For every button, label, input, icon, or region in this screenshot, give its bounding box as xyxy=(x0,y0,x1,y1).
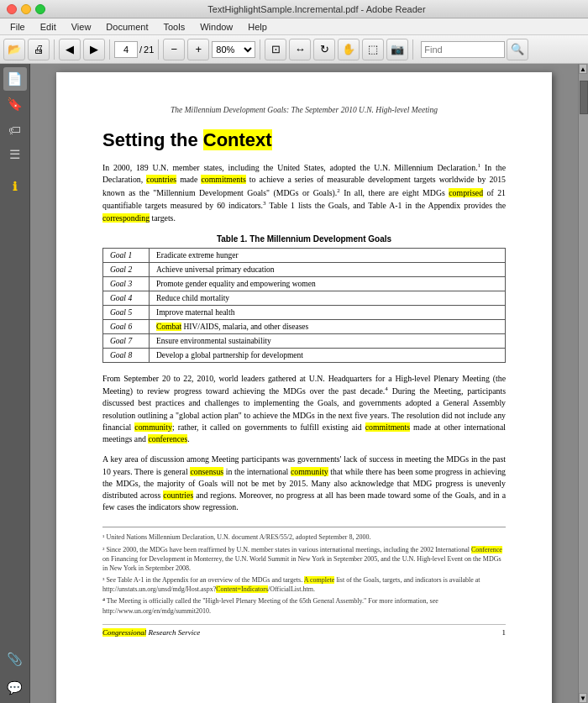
scroll-up-arrow[interactable]: ▲ xyxy=(579,64,587,74)
p3-highlight-countries: countries xyxy=(163,491,193,500)
main-layout: 📄 🔖 🏷 ☰ ℹ 📎 💬 The Millennium Development… xyxy=(0,64,588,703)
menu-document[interactable]: Document xyxy=(99,20,155,34)
p2-text-4: . xyxy=(187,434,189,443)
p2-text-2: ; rather, it called on governments to fu… xyxy=(172,422,365,432)
zoom-in-button[interactable]: + xyxy=(187,39,209,60)
section-heading: Setting the Context xyxy=(102,129,506,151)
p2-highlight-community: community xyxy=(134,422,172,432)
p1-highlight-corresponding: corresponding xyxy=(102,213,150,223)
footer-highlight-congressional: Congressional xyxy=(102,628,146,637)
page-input[interactable] xyxy=(114,41,138,58)
table-cell-description: Improve maternal health xyxy=(150,305,506,319)
scrollbar[interactable]: ▲ ▼ xyxy=(578,64,588,703)
table-row: Goal 6 xyxy=(103,319,150,333)
window-title: TextHighlightSample.Incremental.pdf - Ad… xyxy=(52,4,581,14)
close-button[interactable] xyxy=(7,4,17,14)
snapshot-button[interactable]: 📷 xyxy=(386,39,408,60)
p1-text-2: made xyxy=(176,175,201,184)
table-cell-description: Achieve universal primary education xyxy=(150,262,506,276)
sidebar-speech-icon[interactable]: 💬 xyxy=(3,676,27,700)
document-area[interactable]: The Millennium Development Goals: The Se… xyxy=(30,64,578,703)
footer-text-rs: Research Service xyxy=(146,628,200,637)
separator-5 xyxy=(412,39,413,60)
minimize-button[interactable] xyxy=(21,4,31,14)
footnotes: ¹ United Nations Millennium Declaration,… xyxy=(102,527,506,616)
footnote-item: ² Since 2000, the MDGs have been reaffir… xyxy=(102,545,506,574)
rotate-button[interactable]: ↻ xyxy=(313,39,335,60)
separator-3 xyxy=(158,39,159,60)
menu-bar: File Edit View Document Tools Window Hel… xyxy=(0,18,588,35)
sidebar-tags-icon[interactable]: 🏷 xyxy=(3,118,27,141)
menu-help[interactable]: Help xyxy=(241,20,274,34)
table-row: Goal 4 xyxy=(103,291,150,305)
p2-highlight-conferences: conferences xyxy=(148,434,187,443)
search-box: 🔍 xyxy=(421,39,528,60)
open-button[interactable]: 📂 xyxy=(3,39,25,60)
sidebar-bookmarks-icon[interactable]: 🔖 xyxy=(3,92,27,116)
separator-1 xyxy=(54,39,55,60)
scroll-down-arrow[interactable]: ▼ xyxy=(579,693,587,703)
table-title: Table 1. The Millennium Development Goal… xyxy=(102,234,506,244)
fit-page-button[interactable]: ⊡ xyxy=(265,39,286,60)
page-navigation: / 21 xyxy=(114,41,154,58)
page-separator: / xyxy=(139,45,142,55)
sidebar-info-icon[interactable]: ℹ xyxy=(3,175,27,198)
p1-highlight-commitments: commitments xyxy=(201,175,245,184)
paragraph-1: In 2000, 189 U.N. member states, includi… xyxy=(102,161,506,224)
separator-4 xyxy=(260,39,260,60)
table-cell-description: Eradicate extreme hunger xyxy=(150,248,506,262)
menu-edit[interactable]: Edit xyxy=(34,20,63,34)
page-footer: Congressional Research Service 1 xyxy=(102,624,506,637)
goals-table: Goal 1Eradicate extreme hungerGoal 2Achi… xyxy=(102,248,506,363)
table-cell-description: Promote gender equality and empowering w… xyxy=(150,276,506,291)
p3-text-2: in the international xyxy=(223,467,291,476)
print-button[interactable]: 🖨 xyxy=(28,39,50,60)
sidebar-pages-icon[interactable]: 📄 xyxy=(3,67,27,91)
footnote-highlight-complete: A complete xyxy=(304,576,335,584)
hand-tool-button[interactable]: ✋ xyxy=(338,39,360,60)
goals-table-container: Table 1. The Millennium Development Goal… xyxy=(102,234,506,363)
scroll-thumb[interactable] xyxy=(580,81,588,114)
footer-crs-label: Congressional Research Service xyxy=(102,628,200,637)
heading-plain-text: Setting the xyxy=(102,129,203,150)
document-page: The Millennium Development Goals: The Se… xyxy=(56,72,552,703)
window-controls xyxy=(7,4,45,14)
footnote-item: ³ See Table A-1 in the Appendix for an o… xyxy=(102,575,506,594)
back-button[interactable]: ◀ xyxy=(59,39,81,60)
forward-button[interactable]: ▶ xyxy=(83,39,105,60)
page-header: The Millennium Development Goals: The Se… xyxy=(102,106,506,114)
paragraph-3: A key area of discussion among Meeting p… xyxy=(102,454,506,513)
sidebar-comments-icon[interactable]: 📎 xyxy=(3,648,27,671)
footnote-item: ⁴ The Meeting is officially called the "… xyxy=(102,596,506,615)
menu-view[interactable]: View xyxy=(65,20,98,34)
maximize-button[interactable] xyxy=(35,4,45,14)
table-row: Goal 5 xyxy=(103,305,150,319)
select-button[interactable]: ⬚ xyxy=(362,39,384,60)
separator-2 xyxy=(109,39,110,60)
footnote-item: ¹ United Nations Millennium Declaration,… xyxy=(102,532,506,542)
zoom-select[interactable]: 80% 100% 125% 150% xyxy=(212,41,255,58)
menu-tools[interactable]: Tools xyxy=(157,20,192,34)
page-total: 21 xyxy=(144,45,154,55)
table-cell-description: Reduce child mortality xyxy=(150,291,506,305)
table-row: Goal 7 xyxy=(103,333,150,348)
p3-highlight-community: community xyxy=(291,467,328,476)
table-row: Goal 1 xyxy=(103,248,150,262)
sidebar: 📄 🔖 🏷 ☰ ℹ 📎 💬 xyxy=(0,64,30,703)
fit-width-button[interactable]: ↔ xyxy=(289,39,311,60)
zoom-out-button[interactable]: − xyxy=(163,39,185,60)
table-row: Goal 8 xyxy=(103,348,150,362)
p1-highlight-comprised: comprised xyxy=(449,188,483,197)
search-input[interactable] xyxy=(421,41,505,58)
table-cell-description: Ensure environmental sustainability xyxy=(150,333,506,348)
sidebar-layers-icon[interactable]: ☰ xyxy=(3,143,27,166)
heading-highlighted-text: Context xyxy=(203,129,272,150)
zoom-box: 80% 100% 125% 150% xyxy=(212,41,255,58)
menu-file[interactable]: File xyxy=(3,20,32,34)
paragraph-2: From September 20 to 22, 2010, world lea… xyxy=(102,373,506,445)
table-cell-description: Combat HIV/AIDS, malaria, and other dise… xyxy=(150,319,506,333)
footnote-highlight-content: Content=Indicators xyxy=(216,585,268,593)
search-button[interactable]: 🔍 xyxy=(507,39,528,60)
menu-window[interactable]: Window xyxy=(193,20,239,34)
p1-highlight-countries: countries xyxy=(146,175,176,184)
